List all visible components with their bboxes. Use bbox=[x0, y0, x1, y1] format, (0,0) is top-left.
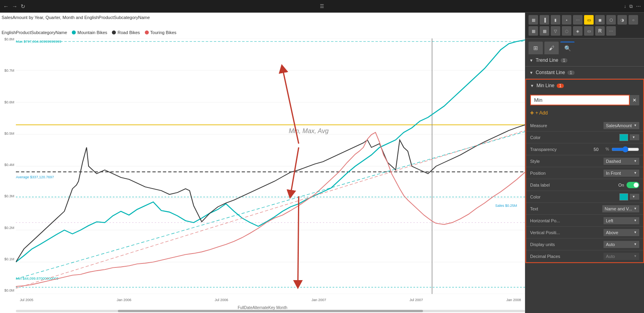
min-line-header[interactable]: ▼ Min Line 1 bbox=[526, 80, 643, 92]
viz-stacked-bar[interactable]: ▮ bbox=[551, 15, 560, 25]
more-icon[interactable]: ⋯ bbox=[636, 4, 641, 9]
legend-dot-touring bbox=[145, 31, 149, 34]
y-axis: $0.8M $0.7M $0.6M $0.5M $0.4M $0.3M $0.2… bbox=[0, 36, 16, 293]
legend-label-touring: Touring Bikes bbox=[150, 30, 177, 35]
trans-pct: % bbox=[606, 147, 609, 151]
measure-arrow: ▼ bbox=[634, 124, 637, 127]
add-button[interactable]: + + Add bbox=[530, 108, 639, 118]
viz-line[interactable]: ⋯ bbox=[573, 15, 582, 25]
min-input[interactable] bbox=[530, 95, 630, 105]
x-label-3: Jul 2006 bbox=[215, 298, 228, 302]
hpos-text: Left bbox=[606, 218, 613, 223]
color2-dropdown[interactable]: ▼ bbox=[630, 194, 639, 200]
viz-more[interactable]: ⋯ bbox=[606, 26, 616, 36]
viz-waterfall[interactable]: ▩ bbox=[540, 26, 549, 36]
legend-dot-road bbox=[112, 31, 116, 34]
chart-svg bbox=[16, 38, 525, 294]
x-axis: Jul 2005 Jan 2006 Jul 2006 Jan 2007 Jul … bbox=[16, 298, 525, 302]
color1-dropdown[interactable]: ▼ bbox=[630, 134, 639, 140]
viz-scatter[interactable]: ⬡ bbox=[606, 15, 616, 25]
y-label-03: $0.3M bbox=[0, 194, 16, 198]
hamburger-icon[interactable]: ☰ bbox=[320, 4, 324, 9]
viz-combo[interactable]: ▭ bbox=[584, 15, 594, 25]
viz-bar[interactable]: ▐ bbox=[540, 15, 549, 25]
style-label: Style bbox=[530, 159, 578, 164]
min-line-section: ▼ Min Line 1 ✕ + + Add bbox=[525, 79, 644, 263]
h-scrollbar-thumb[interactable] bbox=[118, 310, 423, 312]
main-area: SalesAmount by Year, Quarter, Month and … bbox=[0, 13, 644, 313]
viz-kpi[interactable]: ◈ bbox=[573, 26, 582, 36]
add-icon: + bbox=[530, 109, 534, 116]
prop-transparency: Transparency 50 % bbox=[526, 143, 643, 155]
color2-arrow: ▼ bbox=[632, 195, 635, 198]
min-line-body: ✕ + + Add bbox=[526, 92, 643, 120]
viz-100bar[interactable]: ▪ bbox=[562, 15, 571, 25]
tab-analytics[interactable]: 🔍 bbox=[560, 42, 575, 54]
forward-icon[interactable]: → bbox=[12, 3, 17, 10]
vpos-dropdown[interactable]: Above ▼ bbox=[604, 229, 639, 236]
tab-format[interactable]: 🖌 bbox=[544, 42, 559, 54]
data-label-toggle[interactable] bbox=[627, 182, 639, 188]
back-icon[interactable]: ← bbox=[3, 3, 9, 10]
position-label: Position bbox=[530, 171, 578, 176]
min-input-close[interactable]: ✕ bbox=[630, 95, 639, 105]
download-icon[interactable]: ↓ bbox=[624, 4, 626, 9]
text-dropdown[interactable]: Name and V... ▼ bbox=[602, 205, 639, 212]
top-bar-nav[interactable]: ← → ↻ bbox=[3, 3, 25, 10]
x-label-1: Jul 2005 bbox=[20, 298, 33, 302]
hpos-value: Left ▼ bbox=[578, 217, 639, 224]
fields-icon: ⊞ bbox=[533, 45, 538, 51]
x-axis-label: FullDateAlternateKey Month bbox=[238, 305, 287, 310]
constant-line-badge: 1 bbox=[567, 71, 575, 75]
tab-fields[interactable]: ⊞ bbox=[529, 42, 543, 54]
legend-item-road: Road Bikes bbox=[112, 30, 140, 35]
text-value: Name and V... ▼ bbox=[578, 205, 639, 212]
style-dropdown[interactable]: Dashed ▼ bbox=[604, 158, 639, 165]
add-label: + Add bbox=[535, 110, 548, 116]
vpos-text: Above bbox=[606, 230, 618, 235]
color1-swatch[interactable] bbox=[619, 134, 628, 141]
position-value: In Front ▼ bbox=[578, 170, 639, 177]
viz-donut[interactable]: ○ bbox=[629, 15, 638, 25]
constant-chevron: ▼ bbox=[529, 71, 533, 75]
decimal-dropdown[interactable]: Auto ▼ bbox=[604, 253, 639, 260]
format-icon: 🖌 bbox=[549, 45, 554, 51]
position-dropdown[interactable]: In Front ▼ bbox=[604, 170, 639, 177]
vpos-label: Vertical Positi... bbox=[530, 230, 578, 235]
hpos-dropdown[interactable]: Left ▼ bbox=[604, 217, 639, 224]
viz-gauge[interactable]: ◌ bbox=[562, 26, 571, 36]
h-scrollbar[interactable] bbox=[16, 310, 525, 312]
constant-line-label: Constant Line bbox=[536, 70, 565, 75]
duplicate-icon[interactable]: ⧉ bbox=[629, 4, 633, 9]
svg-line-19 bbox=[290, 147, 298, 195]
transparency-slider[interactable] bbox=[611, 146, 639, 153]
refresh-icon[interactable]: ↻ bbox=[21, 3, 25, 10]
trend-line-section[interactable]: ▼ Trend Line 1 bbox=[525, 54, 644, 67]
viz-treemap[interactable]: ▦ bbox=[529, 26, 538, 36]
text-text: Name and V... bbox=[605, 206, 632, 211]
viz-area[interactable]: ◼ bbox=[595, 15, 605, 25]
data-label-on-text: On bbox=[618, 183, 624, 187]
viz-r[interactable]: R bbox=[595, 26, 605, 36]
chart-title: SalesAmount by Year, Quarter, Month and … bbox=[2, 15, 150, 20]
trend-line-badge: 1 bbox=[561, 58, 568, 63]
transparency-label: Transparency bbox=[530, 147, 578, 152]
measure-value: SalesAmount ▼ bbox=[578, 122, 639, 129]
measure-dropdown[interactable]: SalesAmount ▼ bbox=[604, 122, 639, 129]
y-label-05: $0.5M bbox=[0, 132, 16, 136]
decimal-label: Decimal Places bbox=[530, 254, 578, 259]
x-label-6: Jan 2008 bbox=[506, 298, 521, 302]
dunits-arrow: ▼ bbox=[634, 242, 637, 246]
min-chevron: ▼ bbox=[530, 84, 534, 88]
prop-color1: Color ▼ bbox=[526, 132, 643, 143]
position-text: In Front bbox=[606, 171, 621, 176]
constant-line-section[interactable]: ▼ Constant Line 1 bbox=[525, 67, 644, 79]
viz-card[interactable]: ▭ bbox=[584, 26, 594, 36]
viz-funnel[interactable]: ▽ bbox=[551, 26, 560, 36]
viz-table[interactable]: ▦ bbox=[529, 15, 538, 25]
viz-pie[interactable]: ◑ bbox=[617, 15, 627, 25]
color2-swatch[interactable] bbox=[619, 193, 628, 200]
top-bar: ← → ↻ ☰ ↓ ⧉ ⋯ bbox=[0, 0, 644, 13]
dunits-dropdown[interactable]: Auto ▼ bbox=[604, 241, 639, 248]
dunits-value: Auto ▼ bbox=[578, 241, 639, 248]
